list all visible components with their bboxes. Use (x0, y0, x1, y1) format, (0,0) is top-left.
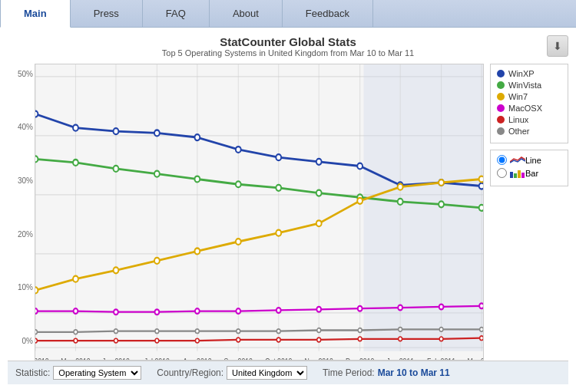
svg-point-77 (439, 337, 443, 341)
svg-point-64 (398, 305, 402, 311)
chart-subtitle: Top 5 Operating Systems in United Kingdo… (8, 48, 568, 58)
svg-point-30 (479, 183, 483, 189)
svg-point-90 (480, 328, 483, 332)
legend-item-macosx: MacOSX (497, 104, 561, 113)
svg-point-47 (194, 248, 200, 254)
svg-point-49 (276, 230, 281, 236)
chart-right: WinXP WinVista Win7 MacOSX (484, 64, 568, 361)
svg-point-41 (439, 201, 444, 207)
nav-bar: Main Press FAQ About Feedback (0, 0, 576, 28)
time-value: Mar 10 to Mar 11 (378, 367, 450, 378)
svg-point-50 (316, 220, 322, 226)
svg-point-66 (479, 303, 483, 308)
svg-point-83 (195, 329, 199, 334)
content: StatCounter Global Stats Top 5 Operating… (0, 28, 576, 392)
svg-point-60 (236, 308, 240, 314)
svg-point-88 (399, 328, 402, 332)
legend: WinXP WinVista Win7 MacOSX (490, 64, 568, 143)
svg-point-63 (358, 306, 362, 311)
nav-item-about[interactable]: About (210, 0, 283, 27)
nav-item-faq[interactable]: FAQ (143, 0, 210, 27)
nav-item-press[interactable]: Press (71, 0, 143, 27)
svg-point-32 (73, 160, 78, 166)
svg-point-52 (398, 184, 403, 190)
country-select[interactable]: United Kingdom (227, 366, 307, 380)
bar-radio[interactable] (497, 168, 507, 178)
svg-text:Jun 2010: Jun 2010 (102, 357, 130, 360)
svg-point-51 (357, 198, 362, 204)
svg-point-19 (35, 111, 38, 117)
svg-text:Dec 2010: Dec 2010 (346, 357, 374, 360)
line-type-icon (510, 156, 525, 165)
svg-point-70 (155, 338, 159, 343)
svg-rect-104 (514, 173, 517, 178)
svg-point-26 (316, 159, 322, 165)
y-label-0: 0% (22, 337, 33, 345)
svg-point-71 (195, 338, 199, 343)
download-button[interactable]: ⬇ (547, 35, 568, 57)
svg-point-40 (398, 199, 403, 205)
svg-point-80 (74, 330, 78, 334)
svg-rect-106 (521, 173, 525, 178)
svg-text:Feb 2011: Feb 2011 (427, 357, 455, 360)
svg-point-86 (317, 328, 321, 333)
legend-item-winxp: WinXP (497, 69, 561, 78)
statistic-label: Statistic: (15, 367, 50, 378)
legend-color-win7 (497, 93, 505, 100)
svg-text:Jan 2011: Jan 2011 (386, 357, 414, 360)
nav-item-main[interactable]: Main (0, 0, 71, 28)
legend-item-win7: Win7 (497, 92, 561, 101)
chart-type-line: Line (497, 155, 561, 165)
svg-rect-103 (510, 172, 513, 178)
svg-point-79 (35, 330, 37, 334)
y-label-20: 20% (18, 230, 33, 239)
svg-point-55 (35, 308, 38, 314)
time-label: Time Period: (323, 367, 375, 378)
footer-statistic: Statistic: Operating System (15, 366, 141, 380)
svg-point-73 (276, 338, 280, 342)
y-label-40: 40% (18, 123, 33, 131)
statistic-select[interactable]: Operating System (53, 366, 141, 380)
svg-point-58 (154, 309, 159, 315)
svg-point-23 (194, 134, 200, 140)
legend-color-macosx (497, 104, 505, 112)
svg-point-37 (276, 185, 281, 191)
svg-point-57 (114, 309, 118, 315)
chart-header: StatCounter Global Stats Top 5 Operating… (8, 35, 568, 58)
svg-point-27 (357, 163, 362, 170)
svg-point-38 (316, 190, 322, 196)
svg-point-45 (114, 267, 119, 273)
app-container: Main Press FAQ About Feedback StatCounte… (0, 0, 576, 392)
svg-point-31 (35, 156, 38, 162)
svg-text:Nov 2010: Nov 2010 (305, 357, 333, 360)
svg-text:Mar 2011: Mar 2011 (468, 357, 483, 360)
svg-point-62 (316, 307, 321, 312)
legend-color-winxp (497, 70, 505, 77)
footer-country: Country/Region: United Kingdom (157, 366, 307, 380)
svg-point-67 (35, 338, 37, 343)
svg-point-89 (439, 328, 443, 332)
svg-text:Oct 2010: Oct 2010 (265, 357, 292, 360)
y-label-30: 30% (18, 176, 33, 185)
svg-text:Aug 2010: Aug 2010 (183, 357, 211, 360)
legend-item-linux: Linux (497, 115, 561, 124)
line-radio[interactable] (497, 155, 507, 165)
footer-bar: Statistic: Operating System Country/Regi… (8, 361, 568, 384)
svg-point-84 (237, 329, 240, 334)
svg-point-85 (276, 329, 280, 334)
svg-point-20 (73, 125, 78, 131)
svg-point-22 (154, 130, 160, 136)
svg-point-35 (194, 176, 200, 183)
nav-item-feedback[interactable]: Feedback (283, 0, 373, 27)
svg-point-42 (479, 205, 483, 211)
svg-text:Jul 2010: Jul 2010 (144, 357, 170, 360)
svg-point-75 (358, 337, 362, 341)
svg-point-87 (358, 328, 362, 333)
svg-text:May 2010: May 2010 (61, 357, 90, 360)
svg-point-82 (155, 329, 159, 334)
legend-item-other: Other (497, 127, 561, 136)
svg-point-25 (276, 154, 281, 160)
y-label-50: 50% (18, 70, 33, 78)
chart-title: StatCounter Global Stats (8, 35, 568, 48)
chart-area: Apr 2010 May 2010 Jun 2010 Jul 2010 Aug … (35, 64, 484, 361)
